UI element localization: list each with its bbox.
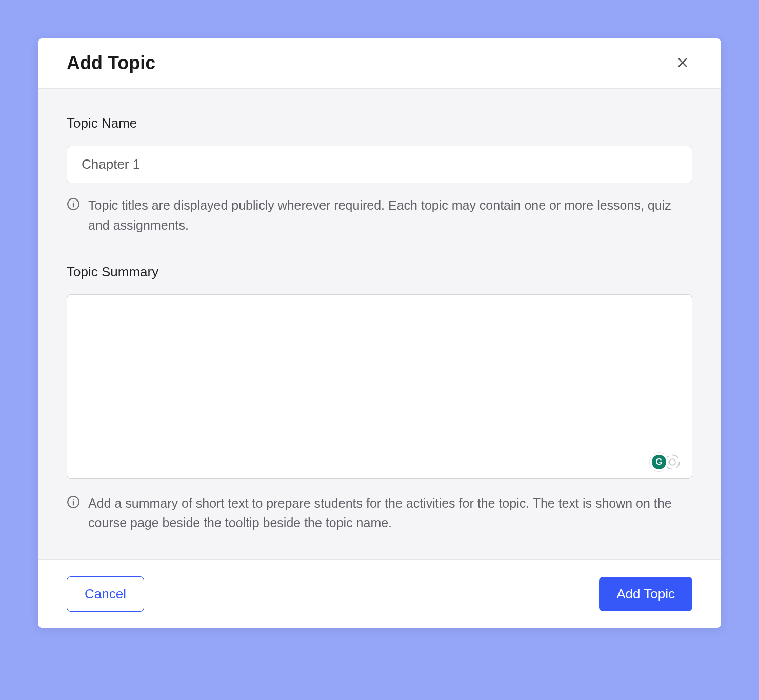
add-topic-modal: Add Topic Topic Name Topic titles are di… (38, 38, 721, 628)
modal-footer: Cancel Add Topic (38, 559, 721, 628)
topic-summary-group: Topic Summary G (67, 264, 692, 533)
topic-name-input[interactable] (67, 146, 692, 183)
topic-name-help-text: Topic titles are displayed publicly wher… (88, 195, 692, 235)
topic-name-help-row: Topic titles are displayed publicly wher… (67, 195, 692, 235)
cancel-button[interactable]: Cancel (67, 576, 144, 612)
info-icon (67, 197, 80, 211)
topic-summary-wrap: G (67, 294, 692, 481)
svg-point-8 (73, 499, 74, 500)
modal-header: Add Topic (38, 38, 721, 89)
topic-summary-label: Topic Summary (67, 264, 692, 280)
close-icon (676, 56, 689, 71)
svg-point-4 (73, 201, 74, 202)
topic-summary-input[interactable] (67, 294, 692, 479)
add-topic-button[interactable]: Add Topic (599, 577, 692, 611)
topic-name-label: Topic Name (67, 115, 692, 131)
topic-name-group: Topic Name Topic titles are displayed pu… (67, 115, 692, 235)
topic-summary-help-row: Add a summary of short text to prepare s… (67, 493, 692, 533)
modal-body: Topic Name Topic titles are displayed pu… (38, 89, 721, 559)
modal-title: Add Topic (67, 52, 155, 74)
close-button[interactable] (673, 53, 692, 74)
topic-summary-help-text: Add a summary of short text to prepare s… (88, 493, 692, 533)
info-icon (67, 495, 80, 509)
